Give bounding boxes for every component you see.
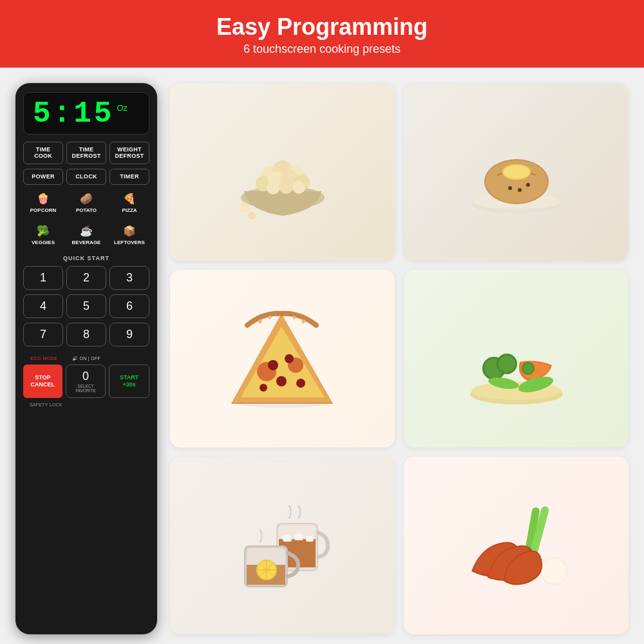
svg-point-43 <box>523 363 533 374</box>
button-row-2: POWER CLOCK TIMER <box>23 169 149 185</box>
num-1-button[interactable]: 1 <box>23 266 63 290</box>
button-row-4: 🥦 VEGGIES ☕ BEVERAGE 📦 LEFTOVERS <box>23 222 149 249</box>
sound-label-text: 🔊 ON | OFF <box>72 356 100 361</box>
time-defrost-button[interactable]: TIMEDEFROST <box>66 142 106 165</box>
popcorn-illustration <box>225 120 341 223</box>
potato-button[interactable]: 🥔 POTATO <box>66 189 106 217</box>
leftovers-icon: 📦 <box>111 225 148 238</box>
header-banner: Easy Programming 6 touchscreen cooking p… <box>0 0 644 68</box>
bottom-labels-row: SAFETY LOCK <box>23 402 149 407</box>
timer-button[interactable]: TIMER <box>109 169 149 185</box>
microwave-display: 5:15 Oz <box>23 92 149 135</box>
num-5-button[interactable]: 5 <box>66 294 106 318</box>
num-2-button[interactable]: 2 <box>66 266 106 290</box>
food-card-beverages <box>170 457 395 634</box>
potato-icon: 🥔 <box>68 193 105 206</box>
num-7-button[interactable]: 7 <box>23 323 63 346</box>
clock-button[interactable]: CLOCK <box>66 169 106 185</box>
svg-point-29 <box>296 379 305 388</box>
svg-rect-49 <box>294 534 303 540</box>
svg-point-32 <box>292 316 296 319</box>
numpad-row-1: 1 2 3 <box>23 266 149 290</box>
numpad-row-2: 4 5 6 <box>23 294 149 318</box>
num-0-button[interactable]: 0 SELECTFAVORITE <box>66 365 106 398</box>
weight-defrost-button[interactable]: WEIGHTDEFROST <box>109 142 149 165</box>
svg-point-25 <box>268 360 278 370</box>
svg-point-64 <box>542 559 566 583</box>
special-labels-row: ECO MODE 🔊 ON | OFF <box>23 351 149 363</box>
veggies-illustration <box>459 307 574 410</box>
pizza-icon: 🍕 <box>111 193 148 206</box>
wings-illustration <box>459 494 574 597</box>
food-card-pizza <box>170 270 395 448</box>
svg-point-12 <box>248 212 256 220</box>
svg-rect-48 <box>283 535 292 542</box>
svg-point-30 <box>258 319 262 323</box>
food-card-wings <box>404 457 629 634</box>
page-subtitle: 6 touchscreen cooking presets <box>13 43 631 56</box>
pizza-illustration <box>225 307 341 410</box>
sound-label-container: 🔊 ON | OFF <box>67 351 106 363</box>
button-row-3: 🍿 POPCORN 🥔 POTATO 🍕 PIZZA <box>23 189 149 217</box>
svg-point-31 <box>268 316 271 319</box>
power-button[interactable]: POWER <box>23 169 63 185</box>
beverages-illustration <box>225 494 341 597</box>
food-grid <box>170 83 629 634</box>
beverage-icon: ☕ <box>68 225 105 238</box>
svg-point-21 <box>526 183 530 187</box>
popcorn-icon: 🍿 <box>24 193 62 206</box>
select-favorite-label: SELECTFAVORITE <box>75 384 96 393</box>
svg-rect-50 <box>306 536 314 542</box>
eco-label-text: ECO MODE <box>30 356 57 361</box>
veggies-icon: 🥦 <box>24 225 62 238</box>
stop-cancel-button[interactable]: STOPCANCEL <box>23 365 62 398</box>
pizza-button[interactable]: 🍕 PIZZA <box>109 189 149 217</box>
button-row-1: TIMECOOK TIMEDEFROST WEIGHTDEFROST <box>23 142 149 165</box>
svg-point-20 <box>518 188 522 192</box>
display-time: 5:15 <box>33 99 114 129</box>
svg-point-66 <box>510 578 516 582</box>
leftovers-button[interactable]: 📦 LEFTOVERS <box>109 222 149 249</box>
time-cook-button[interactable]: TIMECOOK <box>23 142 63 165</box>
popcorn-button[interactable]: 🍿 POPCORN <box>23 189 63 217</box>
svg-point-33 <box>301 319 305 323</box>
safety-lock-label: SAFETY LOCK <box>26 402 66 407</box>
num-4-button[interactable]: 4 <box>23 294 63 318</box>
svg-point-39 <box>498 355 515 372</box>
svg-point-27 <box>276 376 287 386</box>
food-card-veggies <box>404 270 629 448</box>
eco-mode-label: ECO MODE <box>24 351 64 363</box>
veggies-button[interactable]: 🥦 VEGGIES <box>23 222 63 249</box>
food-card-potato <box>404 83 629 261</box>
svg-point-65 <box>487 570 495 575</box>
svg-point-28 <box>260 384 267 392</box>
numpad-row-3: 7 8 9 <box>23 323 149 346</box>
bottom-button-row: STOPCANCEL 0 SELECTFAVORITE START+30s <box>23 365 149 398</box>
svg-point-26 <box>285 354 294 363</box>
page-title: Easy Programming <box>13 14 631 40</box>
svg-point-18 <box>504 166 529 178</box>
svg-point-19 <box>508 186 512 190</box>
beverage-button[interactable]: ☕ BEVERAGE <box>66 222 106 249</box>
display-unit: Oz <box>117 103 128 113</box>
num-9-button[interactable]: 9 <box>109 323 149 346</box>
svg-point-10 <box>292 181 305 194</box>
potato-illustration <box>459 120 574 223</box>
svg-point-9 <box>279 180 293 194</box>
num-3-button[interactable]: 3 <box>109 266 149 290</box>
svg-point-11 <box>239 202 249 213</box>
svg-point-8 <box>267 182 279 194</box>
food-card-popcorn <box>170 83 395 261</box>
microwave-panel: 5:15 Oz TIMECOOK TIMEDEFROST WEIGHTDEFRO… <box>15 83 157 634</box>
num-8-button[interactable]: 8 <box>66 323 106 346</box>
start-button[interactable]: START+30s <box>109 365 149 398</box>
main-content: 5:15 Oz TIMECOOK TIMEDEFROST WEIGHTDEFRO… <box>0 68 644 644</box>
num-6-button[interactable]: 6 <box>109 294 149 318</box>
quick-start-label: QUICK START <box>23 255 149 261</box>
